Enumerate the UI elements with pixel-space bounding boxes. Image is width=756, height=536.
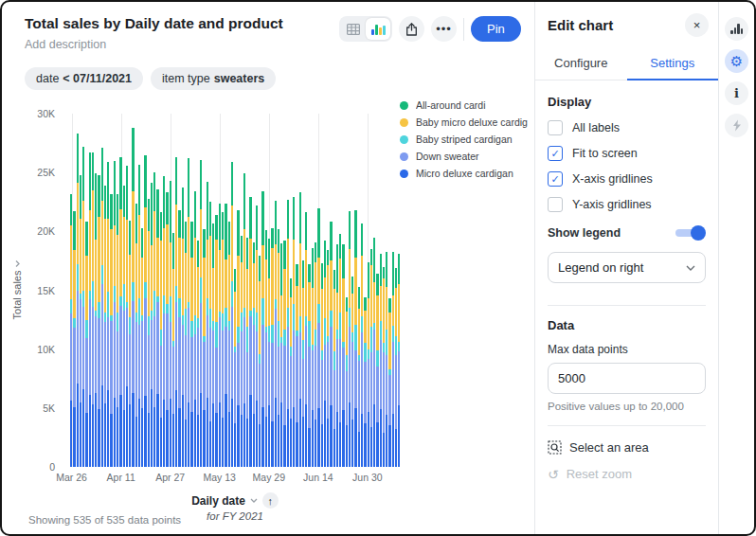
bar-segment[interactable] bbox=[398, 405, 400, 467]
bar-segment[interactable] bbox=[80, 402, 81, 467]
bar-segment[interactable] bbox=[368, 349, 369, 359]
bar[interactable] bbox=[188, 114, 189, 467]
bar-segment[interactable] bbox=[163, 400, 165, 467]
bar[interactable] bbox=[209, 114, 211, 467]
bar[interactable] bbox=[241, 114, 243, 467]
bar-segment[interactable] bbox=[333, 289, 335, 351]
bar[interactable] bbox=[110, 114, 112, 467]
bar[interactable] bbox=[246, 114, 248, 467]
bar-segment[interactable] bbox=[265, 230, 267, 259]
bar-segment[interactable] bbox=[197, 415, 199, 467]
bar-segment[interactable] bbox=[234, 292, 236, 347]
bar-segment[interactable] bbox=[293, 197, 295, 240]
bar-segment[interactable] bbox=[175, 390, 177, 467]
bar-segment[interactable] bbox=[73, 328, 75, 406]
bar-segment[interactable] bbox=[95, 316, 97, 393]
bar-segment[interactable] bbox=[268, 239, 270, 278]
bar-segment[interactable] bbox=[151, 245, 153, 310]
bar-segment[interactable] bbox=[261, 191, 263, 245]
bar-segment[interactable] bbox=[212, 403, 214, 467]
bar-segment[interactable] bbox=[324, 277, 326, 319]
bar-segment[interactable] bbox=[354, 325, 356, 350]
bar-segment[interactable] bbox=[317, 258, 319, 305]
bar[interactable] bbox=[98, 114, 99, 467]
bar-segment[interactable] bbox=[197, 318, 199, 328]
bar-segment[interactable] bbox=[339, 339, 341, 422]
bar[interactable] bbox=[153, 114, 155, 467]
bar-segment[interactable] bbox=[368, 262, 369, 299]
bar-segment[interactable] bbox=[166, 313, 168, 410]
bar-segment[interactable] bbox=[246, 419, 248, 467]
bar-segment[interactable] bbox=[351, 420, 353, 467]
bar-segment[interactable] bbox=[275, 244, 277, 299]
bar-segment[interactable] bbox=[228, 321, 230, 331]
x-axis-title[interactable]: Daily date bbox=[191, 494, 245, 508]
bar-segment[interactable] bbox=[160, 346, 162, 418]
bar-segment[interactable] bbox=[117, 194, 118, 236]
bar-segment[interactable] bbox=[85, 256, 87, 319]
bar-segment[interactable] bbox=[110, 321, 112, 414]
bar[interactable] bbox=[129, 114, 131, 467]
bar[interactable] bbox=[299, 114, 301, 467]
bar-segment[interactable] bbox=[330, 260, 332, 310]
bar[interactable] bbox=[144, 114, 146, 467]
bar-segment[interactable] bbox=[256, 250, 258, 313]
bar-segment[interactable] bbox=[330, 222, 332, 260]
bar-segment[interactable] bbox=[188, 158, 189, 217]
bar-segment[interactable] bbox=[185, 222, 187, 252]
bar-segment[interactable] bbox=[197, 241, 199, 266]
bar-segment[interactable] bbox=[324, 401, 326, 467]
bar-segment[interactable] bbox=[151, 320, 153, 389]
bar-segment[interactable] bbox=[182, 239, 184, 315]
bar-segment[interactable] bbox=[336, 244, 338, 293]
bar-segment[interactable] bbox=[253, 414, 255, 467]
bar-segment[interactable] bbox=[126, 308, 128, 386]
bar-segment[interactable] bbox=[182, 188, 184, 238]
bar-segment[interactable] bbox=[222, 212, 224, 240]
bar[interactable] bbox=[373, 114, 375, 467]
bar-segment[interactable] bbox=[144, 207, 146, 281]
bar-segment[interactable] bbox=[243, 403, 245, 467]
bar-segment[interactable] bbox=[278, 229, 279, 253]
bar-segment[interactable] bbox=[308, 428, 310, 467]
bar-segment[interactable] bbox=[315, 330, 316, 346]
bar-segment[interactable] bbox=[70, 299, 72, 313]
bar-segment[interactable] bbox=[190, 222, 192, 257]
bar-segment[interactable] bbox=[395, 336, 397, 355]
bar[interactable] bbox=[305, 114, 307, 467]
bar-segment[interactable] bbox=[156, 394, 158, 467]
bar-segment[interactable] bbox=[85, 320, 87, 339]
bar-segment[interactable] bbox=[354, 210, 356, 258]
plot-area[interactable] bbox=[70, 114, 400, 467]
share-button[interactable] bbox=[399, 16, 424, 42]
bar-segment[interactable] bbox=[349, 402, 351, 467]
bar-segment[interactable] bbox=[388, 425, 390, 467]
bar-segment[interactable] bbox=[200, 160, 202, 209]
bar-segment[interactable] bbox=[141, 321, 143, 408]
bar-segment[interactable] bbox=[364, 343, 366, 362]
bar-segment[interactable] bbox=[383, 352, 385, 433]
bar-segment[interactable] bbox=[148, 316, 150, 335]
bar-segment[interactable] bbox=[280, 243, 282, 295]
bar-segment[interactable] bbox=[138, 399, 140, 467]
bar[interactable] bbox=[185, 114, 187, 467]
bar[interactable] bbox=[89, 114, 91, 467]
bar-segment[interactable] bbox=[339, 259, 341, 313]
bar-segment[interactable] bbox=[144, 155, 146, 208]
bar-segment[interactable] bbox=[114, 398, 116, 467]
bar-segment[interactable] bbox=[89, 152, 91, 210]
bar-segment[interactable] bbox=[135, 417, 137, 467]
bar[interactable] bbox=[368, 114, 369, 467]
bar-segment[interactable] bbox=[207, 315, 208, 398]
bar-segment[interactable] bbox=[104, 219, 106, 313]
bar[interactable] bbox=[104, 114, 106, 467]
bar-segment[interactable] bbox=[299, 243, 301, 316]
bar-segment[interactable] bbox=[82, 307, 84, 389]
bar-segment[interactable] bbox=[315, 242, 316, 262]
bar-segment[interactable] bbox=[89, 395, 91, 467]
bar-segment[interactable] bbox=[231, 205, 233, 281]
bar[interactable] bbox=[317, 114, 319, 467]
bar-segment[interactable] bbox=[166, 304, 168, 313]
bar-segment[interactable] bbox=[203, 258, 205, 336]
bar-segment[interactable] bbox=[190, 337, 192, 411]
